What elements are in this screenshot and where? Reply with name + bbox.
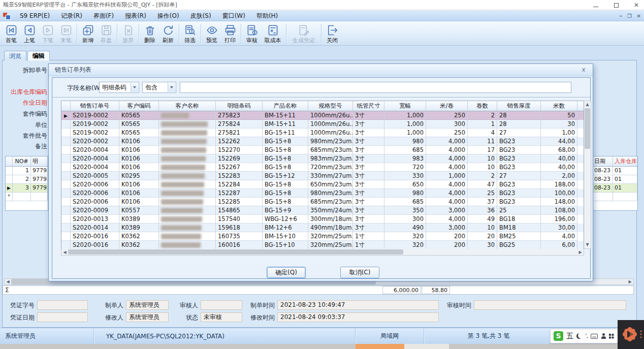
grid-horizontal-scrollbar[interactable]: ◀ ▶ bbox=[61, 249, 584, 256]
first-record-button[interactable]: 首笔 bbox=[2, 22, 20, 45]
column-header-10[interactable]: 销售厚度 bbox=[497, 101, 541, 111]
sales-order-row[interactable]: S2020-0013K0389157540WBG-12+6300mm/18um.… bbox=[61, 215, 584, 224]
detail-row[interactable]: ▶397792 bbox=[6, 184, 48, 193]
close-form-button[interactable]: 关闭 bbox=[323, 22, 341, 45]
user-icon[interactable] bbox=[601, 333, 606, 339]
column-header-4[interactable]: 产品名称 bbox=[263, 101, 308, 111]
dialog-titlebar[interactable]: 销售订单列表 x bbox=[49, 64, 593, 76]
refresh-icon bbox=[162, 23, 175, 37]
sales-order-row[interactable]: S2020-0016K0362160735BM-15+10320mm/25um.… bbox=[61, 232, 584, 241]
menu-item-6[interactable]: 窗口(W) bbox=[217, 10, 251, 21]
chevron-down-icon[interactable] bbox=[131, 83, 138, 92]
sales-order-row[interactable]: S2020-0002K0106152262BG-15+8980mm/23um..… bbox=[61, 137, 584, 146]
menu-item-4[interactable]: 操作(O) bbox=[152, 10, 185, 21]
statusbar-cell-3: 第 3 笔,共 3 笔 bbox=[424, 328, 554, 344]
column-header-detail[interactable]: 明 bbox=[31, 156, 48, 166]
scroll-up-icon[interactable]: ▲ bbox=[584, 101, 591, 108]
preview-button[interactable]: 预览 bbox=[203, 22, 221, 45]
column-header-6[interactable]: 纸管尺寸 bbox=[353, 101, 384, 111]
punctuation-icon[interactable]: ’, bbox=[585, 333, 588, 339]
column-header-3[interactable]: 明细条码 bbox=[216, 101, 263, 111]
sales-order-row[interactable]: ▶S2019-0002K0565275823BM-15+111000mm/26u… bbox=[61, 111, 584, 120]
audit-button[interactable]: 审核 bbox=[243, 22, 261, 45]
column-header-5[interactable]: 规格型号 bbox=[308, 101, 353, 111]
cost-button[interactable]: 取成本 bbox=[261, 22, 284, 45]
sales-order-row[interactable]: S2019-0002K0565275824BM-15+111000mm/26u.… bbox=[61, 120, 584, 129]
wubi-mode-icon[interactable]: 五 bbox=[566, 332, 573, 341]
restore-icon[interactable] bbox=[613, 2, 620, 9]
mdi-close-icon[interactable]: ✕ bbox=[637, 13, 641, 19]
scrollbar-thumb[interactable] bbox=[68, 249, 403, 255]
close-icon[interactable]: ✕ bbox=[633, 2, 640, 9]
total-quantity: 6,000.00 bbox=[382, 286, 421, 294]
tools-grid-icon[interactable] bbox=[609, 334, 614, 338]
dialog-close-icon[interactable]: x bbox=[579, 66, 588, 74]
keyboard-icon[interactable] bbox=[591, 334, 598, 339]
menu-item-3[interactable]: 报表(R) bbox=[119, 10, 152, 21]
sales-order-row[interactable]: S2020-0009K0557154865BG-15+9350mm/24um..… bbox=[61, 206, 584, 215]
tab-browse[interactable]: 浏览 bbox=[4, 51, 26, 60]
detail-row[interactable]: 08-2301 bbox=[593, 175, 637, 184]
detail-row[interactable]: 297792 bbox=[6, 175, 48, 184]
menu-item-2[interactable]: 界面(F) bbox=[88, 10, 119, 21]
field-name-combobox[interactable]: 明细条码 bbox=[99, 82, 139, 93]
minimize-icon[interactable] bbox=[592, 2, 599, 9]
cancel-button[interactable]: 取消(C) bbox=[340, 267, 379, 278]
scroll-left-icon[interactable]: ◀ bbox=[61, 250, 68, 255]
column-header-11[interactable]: 米数 bbox=[541, 101, 577, 111]
sales-order-row[interactable]: S2020-0006K0106152287BG-15+8980mm/23um..… bbox=[61, 189, 584, 198]
prev-record-button[interactable]: 上笔 bbox=[20, 22, 39, 45]
sales-order-row[interactable]: S2020-0006K0106152285BG-15+8685mm/23um..… bbox=[61, 198, 584, 206]
scroll-down-icon[interactable]: ▼ bbox=[584, 241, 591, 248]
column-header-1[interactable]: 客户编码 bbox=[119, 101, 159, 111]
new-row[interactable]: * bbox=[6, 193, 48, 201]
mdi-minimize-icon[interactable]: – bbox=[620, 13, 622, 19]
scroll-left-icon[interactable]: ◀ bbox=[5, 279, 11, 284]
scroll-right-icon[interactable]: ▶ bbox=[627, 279, 633, 284]
taskbar-item-light[interactable] bbox=[404, 344, 449, 349]
detail-row[interactable]: 08-2301 bbox=[593, 184, 637, 193]
operator-combobox[interactable]: 包含 bbox=[142, 82, 176, 93]
grid-vertical-scrollbar[interactable]: ▲ ▼ bbox=[584, 101, 591, 249]
column-header-7[interactable]: 宽幅 bbox=[384, 101, 426, 111]
fullwidth-moon-icon[interactable] bbox=[576, 333, 582, 339]
column-header-2[interactable]: 客户名称 bbox=[159, 101, 216, 111]
add-button[interactable]: 新增 bbox=[79, 22, 97, 45]
taskbar-item-orange[interactable] bbox=[356, 344, 404, 349]
filter-button[interactable]: 筛选 bbox=[181, 22, 199, 45]
tab-edit[interactable]: 编辑 bbox=[27, 51, 50, 60]
ok-button[interactable]: 确定(Q) bbox=[267, 267, 306, 278]
detail-row[interactable]: 197792 bbox=[6, 167, 48, 175]
sogou-ime-icon[interactable]: S bbox=[554, 331, 563, 341]
sales-order-row[interactable]: S2020-0005K0295152283BG-15+12330mm/27um.… bbox=[61, 172, 584, 180]
menu-item-7[interactable]: 帮助(H) bbox=[251, 10, 283, 21]
column-header-0[interactable]: 销售订单号 bbox=[71, 101, 119, 111]
totals-row: Σ 6,000.00 58.80 bbox=[3, 285, 634, 295]
column-header-8[interactable]: 米/卷 bbox=[426, 101, 468, 111]
scrollbar-thumb[interactable] bbox=[585, 108, 590, 149]
sales-order-row[interactable]: S2020-0004K0106152267BG-15+8720mm/23um..… bbox=[61, 163, 584, 172]
column-header-date[interactable]: 日期 bbox=[593, 156, 613, 166]
field-label-2: 作业日期 bbox=[2, 99, 47, 107]
scroll-right-icon[interactable]: ▶ bbox=[577, 250, 584, 255]
refresh-button[interactable]: 刷新 bbox=[159, 22, 177, 45]
column-header-no[interactable]: NO# bbox=[13, 156, 31, 166]
delete-button[interactable]: 删除 bbox=[141, 22, 159, 45]
sales-order-row[interactable]: S2020-0004K0106152269BG-15+8983mm/23um..… bbox=[61, 154, 584, 163]
sales-order-row[interactable]: S2020-0004K0106152270BG-15+8685mm/23um..… bbox=[61, 146, 584, 154]
menu-item-1[interactable]: 记录(R) bbox=[55, 10, 88, 21]
sales-order-row[interactable]: S2019-0002K0565275821BG-15+111000mm/26u.… bbox=[61, 129, 584, 137]
column-header-warehouse[interactable]: 入库仓库 bbox=[613, 156, 637, 166]
mdi-restore-icon[interactable]: ❐ bbox=[627, 13, 632, 19]
print-button[interactable]: 打印 bbox=[221, 22, 239, 45]
sales-order-row[interactable]: S2020-0016K0362160016BG-15+10320mm/25um.… bbox=[61, 241, 584, 249]
sales-order-row[interactable]: S2020-0006K0106152284BG-15+8650mm/23um..… bbox=[61, 180, 584, 189]
column-header-9[interactable]: 卷数 bbox=[468, 101, 497, 111]
menu-item-5[interactable]: 皮肤(S) bbox=[185, 10, 217, 21]
menu-item-0[interactable]: S9 ERP(E) bbox=[14, 10, 55, 21]
sales-order-row[interactable]: S2020-0014K0389159618BM-12+6490mm/18um..… bbox=[61, 224, 584, 232]
chevron-down-icon[interactable] bbox=[168, 83, 175, 92]
blurred-customer-name bbox=[161, 121, 208, 127]
filter-value-input[interactable] bbox=[180, 82, 571, 93]
detail-row[interactable]: 08-2301 bbox=[593, 167, 637, 175]
